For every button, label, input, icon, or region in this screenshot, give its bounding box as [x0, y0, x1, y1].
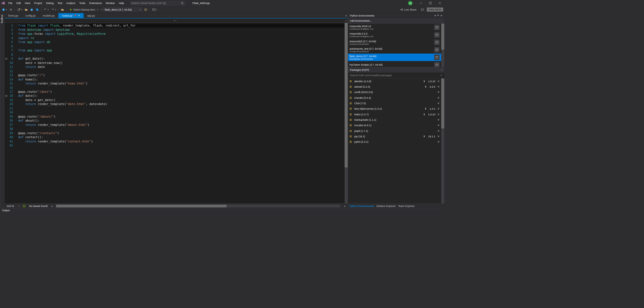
code-line[interactable]: date = datetime.now()	[18, 61, 345, 65]
open-env-window-icon[interactable]	[434, 47, 439, 53]
new-item-button[interactable]: ▾	[17, 7, 23, 12]
package-row[interactable]: ⊞astroid (2.2.4)⬆2.2.5✕	[348, 84, 441, 89]
code-line[interactable]	[18, 86, 345, 90]
scroll-left-icon[interactable]: ◂	[51, 204, 53, 207]
quick-search-input[interactable]	[131, 2, 181, 5]
code-line[interactable]	[18, 44, 345, 48]
open-env-window-icon[interactable]	[434, 25, 439, 30]
panel-tab-team-explorer[interactable]: Team Explorer	[398, 204, 415, 207]
menu-item-project[interactable]: Project	[32, 0, 44, 6]
packages-source-dropdown[interactable]: Packages (PyPI) ▾	[348, 67, 444, 73]
nav-back-button[interactable]: ▾	[1, 7, 8, 12]
document-tab-models-py[interactable]: models.py	[39, 13, 58, 18]
code-line[interactable]: from datetime import datetime	[18, 28, 345, 32]
code-content[interactable]: from flask import Flask, render_template…	[15, 23, 345, 204]
fold-icon[interactable]: ⊟	[5, 94, 7, 98]
code-editor[interactable]: 123456789⊟101112131415161718⊟19202134353…	[5, 23, 348, 204]
layout-button[interactable]: ▾	[151, 7, 158, 12]
environment-row[interactable]: Anaconda 5.2.0Continuum Analytics, Inc.	[348, 31, 441, 39]
code-line[interactable]: return render_template("about.html")	[18, 123, 345, 127]
code-line[interactable]: return date	[18, 65, 345, 69]
code-line[interactable]: from app.forms import LoginForm, Registr…	[18, 32, 345, 36]
add-environment-button[interactable]: Add Environment...	[348, 18, 444, 23]
issues-label[interactable]: No issues found	[29, 204, 47, 207]
code-line[interactable]: def date():	[18, 94, 345, 98]
package-search-box[interactable]: ✕	[348, 73, 444, 78]
uninstall-package-icon[interactable]: ✕	[437, 96, 439, 99]
code-line[interactable]: from app import db	[18, 40, 345, 44]
uninstall-package-icon[interactable]: ✕	[437, 102, 439, 104]
code-line[interactable]	[18, 110, 345, 114]
feedback-button[interactable]	[420, 7, 425, 12]
menu-item-edit[interactable]: Edit	[14, 0, 23, 6]
panel-close-icon[interactable]: ✕	[440, 14, 443, 17]
package-row[interactable]: ⊞chardet (3.0.4)✕	[348, 95, 441, 100]
update-available-icon[interactable]: ⬆	[425, 107, 427, 110]
close-tab-icon[interactable]: ✕	[78, 14, 80, 17]
uninstall-package-icon[interactable]: ✕	[437, 135, 439, 138]
menu-item-analyze[interactable]: Analyze	[64, 0, 77, 6]
menu-item-extensions[interactable]: Extensions	[87, 0, 104, 6]
code-line[interactable]: return render_template("home.html")	[18, 82, 345, 86]
redo-button[interactable]: ▾	[50, 7, 57, 12]
toolbox-tab[interactable]: Toolbox	[0, 13, 5, 208]
code-line[interactable]: return render_template("date.html", date…	[18, 102, 345, 106]
open-env-window-icon[interactable]	[434, 62, 439, 67]
update-available-icon[interactable]: ⬆	[423, 113, 425, 116]
environment-row[interactable]: flask_demo (3.7, 64-bit)Workspace Enviro…	[348, 54, 441, 61]
uninstall-package-icon[interactable]: ✕	[437, 107, 439, 110]
code-line[interactable]: def get_date():	[18, 57, 345, 61]
code-line[interactable]	[18, 127, 345, 131]
save-button[interactable]	[29, 7, 34, 12]
editor-vscrollbar[interactable]	[345, 23, 348, 204]
code-line[interactable]	[18, 106, 345, 110]
clear-search-icon[interactable]: ✕	[440, 74, 443, 77]
menu-item-file[interactable]: File	[6, 0, 14, 6]
code-line[interactable]	[18, 69, 345, 73]
user-avatar[interactable]: TW	[408, 1, 412, 5]
code-line[interactable]: def contact():	[18, 135, 345, 139]
uninstall-package-icon[interactable]: ✕	[437, 118, 439, 121]
package-row[interactable]: ⊞pep8 (1.7.1)✕	[348, 128, 441, 134]
uninstall-package-icon[interactable]: ✕	[437, 124, 439, 127]
tabstrip-overflow[interactable]: ▾	[345, 13, 348, 18]
uninstall-package-icon[interactable]: ✕	[437, 129, 439, 132]
package-row[interactable]: ⊞lazy-object-proxy (1.3.1)⬆1.4.1✕	[348, 106, 441, 111]
panel-tab-python-environments[interactable]: Python Environments	[349, 204, 374, 207]
save-all-button[interactable]	[35, 7, 40, 12]
pin-icon[interactable]: 📌	[74, 15, 76, 17]
panel-pin-icon[interactable]	[437, 14, 439, 17]
code-line[interactable]: @app.route("/")	[18, 73, 345, 77]
uninstall-package-icon[interactable]: ✕	[437, 140, 439, 143]
package-row[interactable]: ⊞MarkupSafe (1.1.1)✕	[348, 117, 441, 122]
nav-dropdown-left[interactable]: ▾	[5, 19, 176, 23]
menu-item-debug[interactable]: Debug	[44, 0, 55, 6]
open-file-button[interactable]	[24, 7, 29, 12]
code-line[interactable]: @app.route("/about/")	[18, 115, 345, 119]
environment-row[interactable]: autoimports_test (3.7, 64-bit)Conda Envi…	[348, 46, 441, 53]
minimize-button[interactable]	[416, 0, 425, 6]
start-debug-button[interactable]: Select Startup Item ▾	[68, 7, 100, 12]
package-row[interactable]: ⊞Mako (1.0.7)⬆1.0.10✕	[348, 112, 441, 117]
update-available-icon[interactable]: ⬆	[425, 85, 427, 88]
code-line[interactable]	[18, 53, 345, 57]
zoom-level[interactable]: 110 %	[7, 204, 14, 207]
open-env-window-icon[interactable]	[434, 40, 439, 45]
document-tab-forms-py[interactable]: forms.py	[5, 13, 22, 18]
menu-item-test[interactable]: Test	[56, 0, 64, 6]
open-env-window-icon[interactable]	[434, 32, 439, 37]
code-line[interactable]	[18, 144, 345, 148]
panel-dropdown-icon[interactable]: ▾	[435, 14, 436, 17]
package-search-input[interactable]	[350, 74, 440, 77]
document-tab-config-py[interactable]: config.py	[22, 13, 39, 18]
update-available-icon[interactable]: ⬆	[423, 135, 425, 138]
uninstall-package-icon[interactable]: ✕	[437, 91, 439, 94]
scroll-right-icon[interactable]: ▸	[344, 204, 346, 207]
package-row[interactable]: ⊞mccabe (0.6.1)✕	[348, 122, 441, 128]
uninstall-package-icon[interactable]: ✕	[437, 80, 439, 82]
code-line[interactable]: def about():	[18, 119, 345, 123]
code-line[interactable]: def home():	[18, 77, 345, 81]
output-panel-header[interactable]: Output	[0, 208, 444, 212]
code-line[interactable]: @app.route("/date")	[18, 90, 345, 94]
menu-item-tools[interactable]: Tools	[77, 0, 87, 6]
